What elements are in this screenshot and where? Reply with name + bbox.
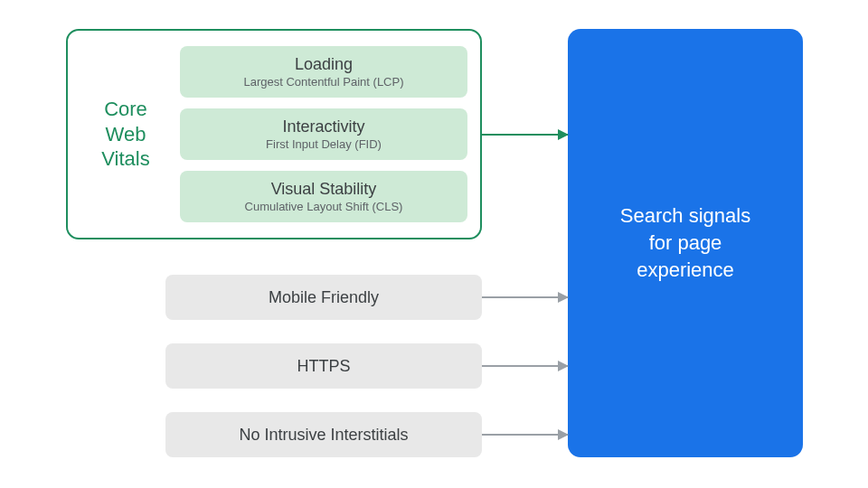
metric-interactivity: Interactivity First Input Delay (FID): [180, 108, 467, 160]
signal-label: HTTPS: [297, 357, 350, 376]
signal-https: HTTPS: [165, 343, 482, 389]
arrow-icon: [482, 296, 568, 298]
metric-title: Loading: [194, 55, 453, 74]
signal-mobile-friendly: Mobile Friendly: [165, 275, 482, 320]
metric-title: Visual Stability: [194, 180, 453, 199]
cwv-label-line: Web: [80, 122, 171, 147]
arrow-icon: [482, 134, 568, 136]
arrow-icon: [482, 365, 568, 367]
cwv-metrics: Loading Largest Contentful Paint (LCP) I…: [180, 46, 467, 222]
signal-label: Mobile Friendly: [269, 288, 379, 307]
arrow-icon: [482, 434, 568, 436]
panel-line: experience: [620, 257, 750, 284]
core-web-vitals-group: Core Web Vitals Loading Largest Contentf…: [66, 29, 482, 239]
metric-title: Interactivity: [194, 117, 453, 136]
cwv-label-line: Vitals: [80, 146, 171, 172]
signal-label: No Intrusive Interstitials: [239, 426, 408, 445]
panel-line: Search signals: [620, 202, 750, 230]
metric-subtitle: Cumulative Layout Shift (CLS): [194, 200, 453, 213]
metric-subtitle: Largest Contentful Paint (LCP): [194, 75, 453, 89]
cwv-label: Core Web Vitals: [80, 97, 180, 172]
cwv-label-line: Core: [80, 97, 171, 122]
metric-subtitle: First Input Delay (FID): [194, 137, 453, 151]
search-signals-panel: Search signals for page experience: [568, 29, 803, 457]
panel-line: for page: [620, 230, 750, 257]
metric-loading: Loading Largest Contentful Paint (LCP): [180, 46, 467, 98]
metric-visual-stability: Visual Stability Cumulative Layout Shift…: [180, 171, 467, 222]
signal-no-interstitials: No Intrusive Interstitials: [165, 412, 482, 457]
